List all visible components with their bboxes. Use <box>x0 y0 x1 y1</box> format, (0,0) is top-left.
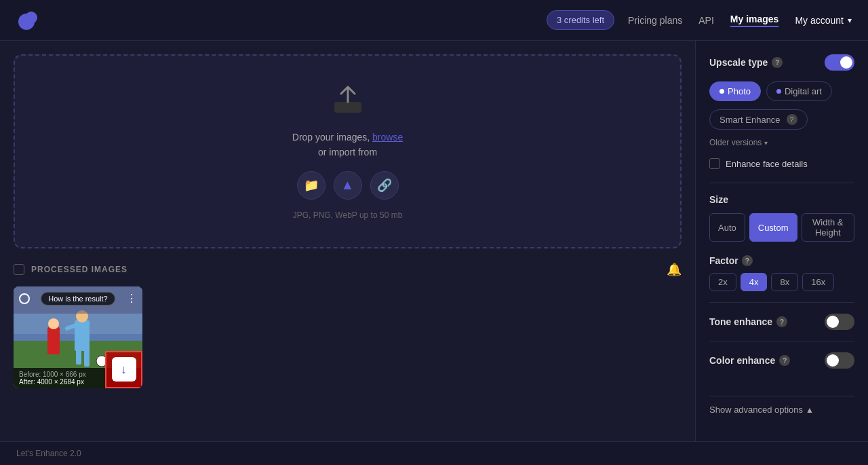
enhance-face-row: Enhance face details <box>709 158 854 169</box>
tone-enhance-row: Tone enhance ? <box>709 314 854 330</box>
browse-link[interactable]: browse <box>372 132 403 143</box>
file-types-label: JPG, PNG, WebP up to 50 mb <box>28 210 667 220</box>
factor-8x-btn[interactable]: 8x <box>771 273 798 291</box>
right-panel: Upscale type ? Photo Digital art Smart E… <box>695 41 868 441</box>
factor-label: Factor ? <box>709 255 854 266</box>
factor-4x-btn[interactable]: 4x <box>741 273 768 291</box>
smart-enhance-btn[interactable]: Smart Enhance ? <box>709 109 808 130</box>
tone-enhance-label: Tone enhance ? <box>709 316 787 327</box>
bell-icon[interactable]: 🔔 <box>667 262 682 277</box>
image-card[interactable]: How is the result? ⋮ Before: 1000 × 666 … <box>14 286 142 388</box>
download-overlay: ↓ <box>105 351 142 388</box>
older-versions-chevron: ▾ <box>764 139 768 147</box>
nav-pricing[interactable]: Pricing plans <box>628 15 682 26</box>
factor-16x-btn[interactable]: 16x <box>802 273 834 291</box>
svg-rect-11 <box>84 348 90 367</box>
tone-enhance-toggle[interactable] <box>825 314 854 330</box>
drop-text: Drop your images, browse or import from <box>28 130 667 160</box>
enhance-face-checkbox[interactable] <box>709 158 720 169</box>
digital-art-type-btn[interactable]: Digital art <box>766 81 832 101</box>
factor-info-icon[interactable]: ? <box>742 255 753 266</box>
svg-rect-2 <box>334 102 361 113</box>
color-enhance-label: Color enhance ? <box>709 355 790 366</box>
chevron-down-icon: ▾ <box>848 16 852 25</box>
svg-rect-10 <box>76 348 81 365</box>
nav-my-account[interactable]: My account ▾ <box>795 15 852 26</box>
footer: Let's Enhance 2.0 <box>0 441 868 465</box>
factor-2x-btn[interactable]: 2x <box>709 273 736 291</box>
digital-art-dot <box>776 89 781 94</box>
header: 3 credits left Pricing plans API My imag… <box>0 0 868 41</box>
color-enhance-row: Color enhance ? <box>709 352 854 369</box>
link-import-btn[interactable]: 🔗 <box>370 171 399 200</box>
link-icon: 🔗 <box>377 178 392 193</box>
divider-2 <box>709 302 854 303</box>
nav-api[interactable]: API <box>698 15 714 26</box>
folder-icon: 📁 <box>304 178 319 193</box>
feedback-pill[interactable]: How is the result? <box>41 292 115 305</box>
enhance-face-label: Enhance face details <box>726 159 808 169</box>
divider-1 <box>709 183 854 183</box>
size-buttons-group: Auto Custom Width & Height <box>709 213 854 242</box>
processed-title: PROCESSED IMAGES <box>31 265 667 274</box>
photo-type-btn[interactable]: Photo <box>709 81 761 101</box>
color-enhance-toggle[interactable] <box>825 352 854 369</box>
drop-zone[interactable]: Drop your images, browse or import from … <box>14 54 682 248</box>
tone-enhance-info-icon[interactable]: ? <box>776 316 787 327</box>
size-custom-btn[interactable]: Custom <box>749 213 797 242</box>
older-versions-toggle[interactable]: Older versions ▾ <box>709 138 854 147</box>
svg-point-1 <box>25 12 37 24</box>
credits-badge[interactable]: 3 credits left <box>547 10 614 30</box>
folder-import-btn[interactable]: 📁 <box>297 171 326 200</box>
download-button[interactable]: ↓ <box>112 357 136 382</box>
card-select-radio[interactable] <box>19 293 30 304</box>
main-layout: Drop your images, browse or import from … <box>0 41 868 441</box>
upscale-type-toggle[interactable] <box>825 54 854 71</box>
color-enhance-info-icon[interactable]: ? <box>779 355 790 366</box>
cloud-icon: ▲ <box>341 177 355 193</box>
upscale-info-icon[interactable]: ? <box>772 57 783 68</box>
show-advanced-options[interactable]: Show advanced options ▲ <box>709 405 854 415</box>
type-buttons-group: Photo Digital art <box>709 81 854 101</box>
smart-enhance-info-icon[interactable]: ? <box>787 114 797 125</box>
svg-point-7 <box>48 318 59 329</box>
upload-icon <box>28 83 667 122</box>
processed-header: PROCESSED IMAGES 🔔 <box>14 262 682 277</box>
logo[interactable] <box>16 8 41 33</box>
app-name-label: Let's Enhance 2.0 <box>16 449 81 458</box>
download-arrow-icon: ↓ <box>121 362 127 377</box>
card-options-icon[interactable]: ⋮ <box>126 292 137 305</box>
cloud-import-btn[interactable]: ▲ <box>334 171 362 200</box>
svg-rect-8 <box>75 320 90 351</box>
import-icons: 📁 ▲ 🔗 <box>28 171 667 200</box>
upscale-type-label: Upscale type ? <box>709 57 783 68</box>
upscale-type-row: Upscale type ? <box>709 54 854 71</box>
photo-dot <box>719 89 724 94</box>
size-label: Size <box>709 194 854 205</box>
size-wh-btn[interactable]: Width & Height <box>802 213 854 242</box>
left-panel: Drop your images, browse or import from … <box>0 41 695 441</box>
show-advanced-chevron-icon: ▲ <box>806 405 814 415</box>
size-auto-btn[interactable]: Auto <box>709 213 745 242</box>
svg-rect-6 <box>47 327 60 354</box>
divider-3 <box>709 341 854 341</box>
factor-buttons-group: 2x 4x 8x 16x <box>709 273 854 291</box>
nav-my-images[interactable]: My images <box>730 14 779 27</box>
select-all-checkbox[interactable] <box>14 264 24 275</box>
card-top-bar: How is the result? ⋮ <box>19 292 137 305</box>
